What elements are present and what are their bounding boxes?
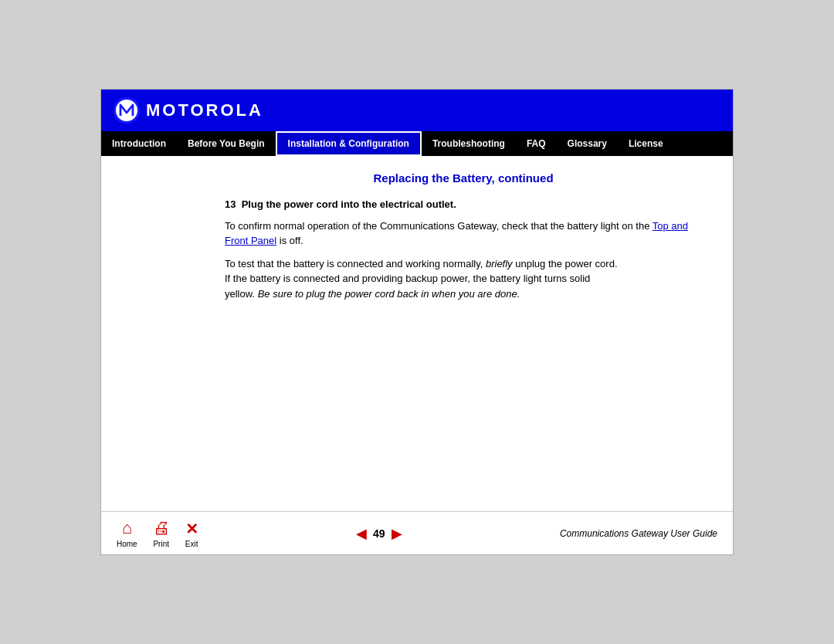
home-icon: ⌂ bbox=[122, 518, 132, 538]
step-number: 13 Plug the power cord into the electric… bbox=[225, 197, 702, 212]
exit-button[interactable]: ✕ Exit bbox=[185, 520, 198, 548]
nav-license[interactable]: License bbox=[618, 131, 674, 156]
next-page-button[interactable]: ▶ bbox=[392, 525, 402, 542]
motorola-m-icon bbox=[114, 97, 140, 124]
nav-troubleshooting[interactable]: Troubleshooting bbox=[422, 131, 516, 156]
home-button[interactable]: ⌂ Home bbox=[117, 518, 137, 548]
nav-introduction[interactable]: Introduction bbox=[101, 131, 177, 156]
nav-bar: Introduction Before You Begin Installati… bbox=[101, 131, 733, 156]
paragraph2: To test that the battery is connected an… bbox=[225, 256, 702, 302]
home-label: Home bbox=[117, 540, 137, 548]
paragraph1: To confirm normal operation of the Commu… bbox=[225, 219, 702, 249]
step-text: Plug the power cord into the electrical … bbox=[242, 198, 456, 210]
motorola-wordmark: MOTOROLA bbox=[146, 100, 263, 120]
exit-icon: ✕ bbox=[185, 520, 198, 538]
print-icon: 🖨 bbox=[153, 518, 170, 538]
nav-faq[interactable]: FAQ bbox=[516, 131, 557, 156]
page-container: MOTOROLA Introduction Before You Begin I… bbox=[100, 89, 734, 555]
footer-guide-title: Communications Gateway User Guide bbox=[560, 528, 717, 539]
footer-left: ⌂ Home 🖨 Print ✕ Exit bbox=[117, 518, 198, 548]
content-area: Replacing the Battery, continued 13 Plug… bbox=[101, 156, 733, 511]
nav-installation-configuration[interactable]: Installation & Configuration bbox=[276, 131, 422, 156]
prev-page-button[interactable]: ◀ bbox=[356, 525, 367, 542]
header-bar: MOTOROLA bbox=[101, 90, 733, 131]
footer: ⌂ Home 🖨 Print ✕ Exit ◀ 49 ▶ Communicati… bbox=[101, 511, 733, 554]
page-number: 49 bbox=[373, 527, 385, 540]
print-button[interactable]: 🖨 Print bbox=[153, 518, 170, 548]
motorola-logo: MOTOROLA bbox=[114, 97, 263, 124]
exit-label: Exit bbox=[185, 540, 198, 548]
print-label: Print bbox=[153, 540, 169, 548]
nav-before-you-begin[interactable]: Before You Begin bbox=[177, 131, 276, 156]
page-title: Replacing the Battery, continued bbox=[225, 171, 702, 185]
footer-center: ◀ 49 ▶ bbox=[356, 525, 402, 542]
nav-glossary[interactable]: Glossary bbox=[557, 131, 618, 156]
